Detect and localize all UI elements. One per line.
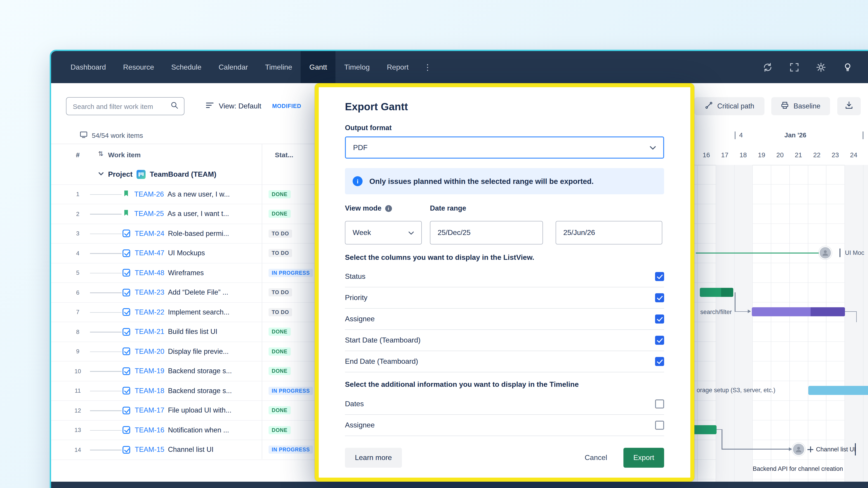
work-item-key[interactable]: TEAM-48 <box>135 269 164 277</box>
work-item-key[interactable]: TEAM-19 <box>135 367 164 375</box>
work-item-title[interactable]: Notification when ... <box>168 426 229 434</box>
work-item-title[interactable]: Add “Delete File” ... <box>168 289 228 297</box>
tab-timelog[interactable]: Timelog <box>336 51 378 83</box>
work-item-title[interactable]: File upload UI with... <box>168 406 231 415</box>
date-from-value: 25/Dec/25 <box>438 229 471 237</box>
bar-label-channel-list[interactable]: Channel list UI <box>816 446 856 453</box>
work-item-key[interactable]: TEAM-22 <box>135 308 164 316</box>
work-item-title[interactable]: Implement search... <box>168 308 229 316</box>
output-format-select[interactable]: PDF <box>345 136 664 159</box>
work-item-key[interactable]: TEAM-47 <box>135 249 164 257</box>
checkbox[interactable] <box>655 399 664 409</box>
settings-gear-icon[interactable] <box>816 62 826 72</box>
work-item-title[interactable]: Backend storage s... <box>168 367 232 375</box>
date-to-input[interactable]: 25/Jun/26 <box>556 221 662 245</box>
gantt-bar-delete-file[interactable] <box>700 288 733 297</box>
bar-label-storage-setup[interactable]: orage setup (S3, server, etc.) <box>697 387 775 394</box>
work-item-title[interactable]: Role-based permi... <box>168 230 229 238</box>
checkbox[interactable] <box>655 272 664 281</box>
work-item-key[interactable]: TEAM-26 <box>134 190 164 198</box>
work-item-title[interactable]: Display file previe... <box>168 348 229 356</box>
view-mode-info-icon[interactable] <box>385 205 392 212</box>
checkbox-row-dates[interactable]: Dates <box>345 394 664 415</box>
sort-icon[interactable] <box>98 150 103 157</box>
gantt-bar-storage[interactable] <box>808 386 868 395</box>
avatar[interactable] <box>819 246 832 259</box>
tree-connector-line <box>90 312 122 313</box>
baseline-button[interactable]: Baseline <box>771 97 830 115</box>
bottom-scroll-bar[interactable] <box>51 482 868 488</box>
learn-more-button[interactable]: Learn more <box>345 448 402 468</box>
work-item-key[interactable]: TEAM-21 <box>135 328 164 336</box>
work-item-title[interactable]: Channel list UI <box>168 446 214 454</box>
export-gantt-modal: Export Gantt Output format PDF Only issu… <box>315 83 694 482</box>
column-number[interactable]: # <box>71 144 85 165</box>
view-mode-select[interactable]: Week <box>345 221 422 245</box>
gantt-bar-search[interactable] <box>752 307 845 316</box>
tab-schedule[interactable]: Schedule <box>163 51 210 83</box>
checkbox[interactable] <box>655 315 664 324</box>
work-item-title[interactable]: Backend storage s... <box>168 387 232 395</box>
chevron-down-icon[interactable] <box>98 170 104 179</box>
row-number: 8 <box>71 328 85 335</box>
date-from-input[interactable]: 25/Dec/25 <box>430 221 543 245</box>
checkbox-row-status[interactable]: Status <box>345 266 664 287</box>
avatar[interactable] <box>792 443 805 456</box>
tab-timeline[interactable]: Timeline <box>256 51 301 83</box>
work-item-title[interactable]: As a user, I want t... <box>167 210 229 218</box>
lightbulb-icon[interactable] <box>843 62 852 72</box>
column-status[interactable]: Stat... <box>275 144 293 165</box>
search-icon[interactable] <box>170 101 179 111</box>
view-selector[interactable]: View: Default MODIFIED <box>205 97 301 115</box>
column-divider[interactable] <box>262 144 262 459</box>
tab-calendar[interactable]: Calendar <box>210 51 256 83</box>
tab-resource[interactable]: Resource <box>115 51 163 83</box>
bar-label-ui-mockups[interactable]: UI Moc <box>845 250 864 256</box>
work-item-key[interactable]: TEAM-15 <box>135 446 164 454</box>
weekend-band <box>844 165 863 482</box>
plus-icon[interactable] <box>807 447 813 452</box>
gantt-gridline <box>844 165 845 482</box>
checkbox-row-end-date-teamboard[interactable]: End Date (Teamboard) <box>345 351 664 372</box>
work-item-key[interactable]: TEAM-16 <box>135 426 164 434</box>
export-button[interactable]: Export <box>623 448 664 468</box>
checkbox[interactable] <box>655 421 664 430</box>
bar-label-search-filter[interactable]: search/filter <box>700 308 732 315</box>
gantt-day-17: 17 <box>721 151 728 159</box>
work-item-key[interactable]: TEAM-23 <box>135 289 164 297</box>
cancel-button[interactable]: Cancel <box>582 453 610 462</box>
work-item-key[interactable]: TEAM-24 <box>135 230 164 238</box>
nav-more-button[interactable]: ⋮ <box>417 62 438 72</box>
search-input[interactable] <box>72 102 170 110</box>
work-item-title[interactable]: UI Mockups <box>168 249 205 257</box>
work-item-key[interactable]: TEAM-25 <box>134 210 164 218</box>
tab-gantt[interactable]: Gantt <box>301 51 336 83</box>
checkbox[interactable] <box>655 293 664 302</box>
status-badge: TO DO <box>269 249 292 257</box>
checkbox-row-assignee[interactable]: Assignee <box>345 308 664 330</box>
tree-connector-line <box>90 411 122 411</box>
nav-tabs: DashboardResourceScheduleCalendarTimelin… <box>62 51 417 83</box>
sync-icon[interactable] <box>763 62 773 72</box>
bar-label-backend-api[interactable]: Backend API for channel creation <box>753 465 843 472</box>
task-checkbox-icon <box>123 387 130 395</box>
checkbox[interactable] <box>655 336 664 345</box>
gantt-gridline <box>826 165 827 482</box>
work-item-key[interactable]: TEAM-20 <box>135 348 164 356</box>
critical-path-button[interactable]: Critical path <box>694 97 765 115</box>
checkbox-row-assignee[interactable]: Assignee <box>345 415 664 436</box>
tab-report[interactable]: Report <box>378 51 417 83</box>
column-work-item[interactable]: Work item <box>108 144 141 165</box>
work-item-key[interactable]: TEAM-18 <box>135 387 164 395</box>
checkbox-row-priority[interactable]: Priority <box>345 287 664 308</box>
tab-dashboard[interactable]: Dashboard <box>62 51 115 83</box>
download-button[interactable] <box>837 97 861 115</box>
checkbox[interactable] <box>655 357 664 366</box>
work-item-title[interactable]: Build files list UI <box>168 328 217 336</box>
checkbox-row-start-date-teamboard[interactable]: Start Date (Teamboard) <box>345 330 664 351</box>
gantt-bar-notification[interactable] <box>692 425 717 434</box>
work-item-key[interactable]: TEAM-17 <box>135 406 164 415</box>
work-item-title[interactable]: As a new user, I w... <box>167 190 230 198</box>
fullscreen-icon[interactable] <box>789 62 799 72</box>
work-item-title[interactable]: Wireframes <box>168 269 204 277</box>
